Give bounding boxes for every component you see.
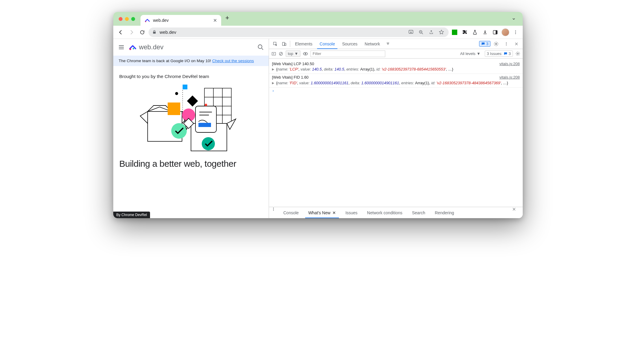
banner-link[interactable]: Check out the sessions — [212, 59, 254, 63]
close-icon[interactable]: ✕ — [332, 210, 336, 215]
filter-input[interactable] — [311, 51, 385, 57]
side-panel-icon[interactable] — [491, 28, 499, 36]
svg-rect-24 — [187, 96, 198, 107]
search-icon[interactable] — [257, 44, 264, 51]
browser-menu-icon[interactable] — [511, 28, 520, 36]
svg-point-9 — [515, 32, 516, 33]
drawer-tab-console[interactable]: Console — [279, 207, 303, 218]
console-output[interactable]: [Web Vitals] LCP 140.50 vitals.js:208 ▶ … — [269, 59, 523, 207]
svg-point-53 — [517, 53, 518, 54]
drawer-tab-rendering[interactable]: Rendering — [430, 207, 459, 218]
svg-marker-27 — [140, 111, 148, 123]
maximize-window-icon[interactable] — [131, 17, 135, 21]
chevron-down-icon: ▼ — [477, 51, 481, 56]
svg-point-55 — [273, 209, 274, 209]
messages-badge[interactable]: 3 — [479, 41, 490, 47]
svg-point-47 — [506, 43, 507, 44]
log-object[interactable]: ▶ {name: 'LCP', value: 140.5, delta: 140… — [272, 67, 520, 72]
svg-point-56 — [273, 210, 274, 211]
minimize-window-icon[interactable] — [125, 17, 129, 21]
console-sidebar-toggle-icon[interactable] — [271, 51, 276, 56]
svg-point-48 — [506, 45, 507, 45]
console-entry[interactable]: [Web Vitals] LCP 140.50 vitals.js:208 ▶ … — [269, 60, 523, 74]
new-tab-button[interactable]: + — [225, 14, 229, 24]
extensions-puzzle-icon[interactable] — [461, 28, 469, 36]
site-header: web.dev — [113, 39, 269, 56]
forward-button[interactable] — [127, 28, 136, 37]
devtools-menu-icon[interactable] — [502, 42, 511, 46]
more-tabs-icon[interactable] — [383, 39, 392, 49]
log-object[interactable]: ▶ {name: 'FID', value: 1.600000001490116… — [272, 80, 520, 86]
log-source-link[interactable]: vitals.js:208 — [499, 61, 520, 67]
svg-point-8 — [515, 30, 516, 31]
context-selector[interactable]: top ▼ — [286, 51, 300, 57]
tab-elements[interactable]: Elements — [291, 39, 316, 49]
byline-badge: By Chrome DevRel — [113, 212, 150, 218]
browser-tab[interactable]: web.dev ✕ — [140, 15, 221, 26]
device-toolbar-icon[interactable] — [280, 39, 289, 49]
menu-icon[interactable] — [118, 44, 125, 51]
tab-network[interactable]: Network — [361, 39, 383, 49]
devtools-close-icon[interactable] — [512, 42, 521, 46]
svg-line-4 — [422, 33, 423, 34]
tab-sources[interactable]: Sources — [339, 39, 361, 49]
site-name: web.dev — [139, 43, 163, 51]
devtools-settings-icon[interactable] — [492, 41, 501, 47]
svg-line-14 — [262, 48, 263, 50]
drawer-menu-icon[interactable] — [271, 207, 279, 218]
drawer-tab-network-conditions[interactable]: Network conditions — [362, 207, 407, 218]
profile-avatar[interactable] — [501, 28, 510, 36]
install-app-icon[interactable] — [407, 30, 415, 35]
svg-rect-7 — [496, 30, 497, 34]
zoom-icon[interactable] — [418, 30, 425, 35]
svg-point-40 — [202, 137, 215, 150]
drawer-tab-whatsnew[interactable]: What's New✕ — [303, 207, 340, 218]
svg-rect-1 — [153, 32, 156, 33]
announcement-banner: The Chrome team is back at Google I/O on… — [113, 56, 269, 66]
page-viewport: web.dev The Chrome team is back at Googl… — [113, 39, 269, 218]
drawer-close-icon[interactable] — [512, 207, 520, 218]
labs-flask-icon[interactable] — [471, 28, 479, 36]
console-entry[interactable]: [Web Vitals] FID 1.60 vitals.js:208 ▶ {n… — [269, 74, 523, 87]
window-controls — [116, 12, 140, 26]
console-settings-icon[interactable] — [515, 51, 520, 56]
back-button[interactable] — [116, 28, 125, 37]
share-icon[interactable] — [428, 30, 435, 35]
devtools-tab-bar: Elements Console Sources Network 3 — [269, 39, 523, 49]
svg-rect-35 — [195, 106, 216, 132]
extension-green-icon[interactable] — [450, 28, 459, 36]
close-window-icon[interactable] — [119, 17, 123, 21]
drawer-tab-issues[interactable]: Issues — [341, 207, 362, 218]
byline-text: By Chrome DevRel — [116, 213, 147, 217]
svg-point-31 — [171, 123, 187, 139]
chevron-down-icon: ▼ — [294, 51, 298, 56]
inspect-element-icon[interactable] — [271, 39, 280, 49]
drawer-tab-search[interactable]: Search — [407, 207, 430, 218]
browser-window: web.dev ✕ + web.dev — [113, 12, 523, 218]
tab-close-icon[interactable]: ✕ — [213, 18, 217, 23]
reload-button[interactable] — [138, 28, 147, 37]
clear-console-icon[interactable] — [279, 51, 283, 56]
issues-button[interactable]: 3 Issues: 3 — [485, 51, 513, 57]
hero-section: Brought to you by the Chrome DevRel team — [113, 66, 269, 172]
expand-caret-icon[interactable]: ▶ — [272, 67, 274, 71]
svg-point-36 — [205, 104, 207, 106]
svg-rect-30 — [168, 103, 180, 115]
tabs-overflow-button[interactable] — [510, 15, 517, 22]
svg-point-10 — [515, 33, 516, 34]
downloads-icon[interactable] — [481, 28, 489, 36]
svg-point-22 — [175, 92, 178, 95]
svg-point-45 — [496, 43, 497, 45]
console-prompt[interactable]: › — [269, 88, 523, 94]
log-levels-selector[interactable]: All levels ▼ — [458, 51, 482, 56]
chat-icon — [481, 42, 485, 46]
address-bar[interactable]: web.dev — [149, 27, 449, 37]
log-source-link[interactable]: vitals.js:208 — [499, 75, 520, 80]
bookmark-star-icon[interactable] — [438, 30, 445, 35]
site-logo[interactable]: web.dev — [129, 43, 163, 51]
live-expression-icon[interactable] — [303, 51, 308, 56]
expand-caret-icon[interactable]: ▶ — [272, 81, 274, 85]
tab-console[interactable]: Console — [316, 39, 338, 49]
lock-icon[interactable] — [152, 30, 157, 34]
svg-rect-21 — [183, 85, 187, 89]
